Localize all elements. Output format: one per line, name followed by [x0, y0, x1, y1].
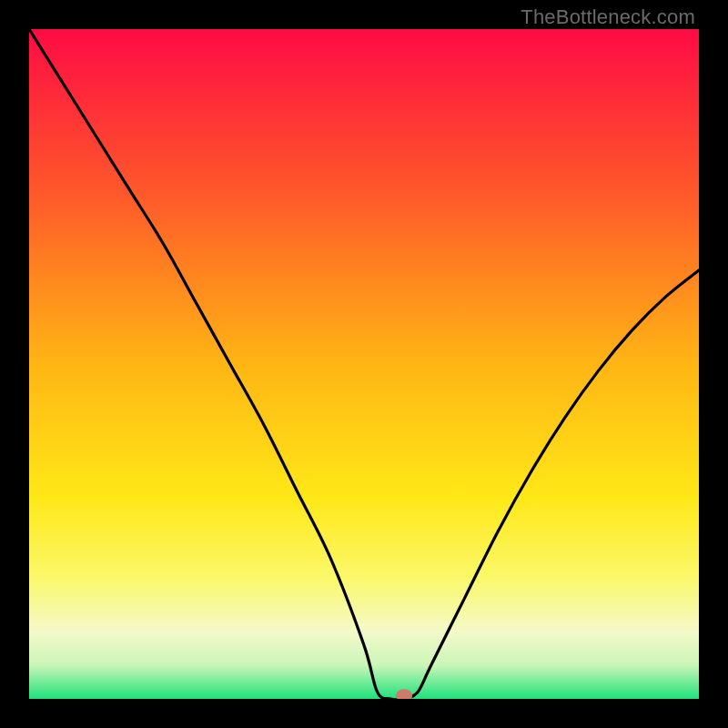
chart-background	[29, 29, 699, 699]
chart-frame	[29, 29, 699, 699]
chart-svg	[29, 29, 699, 699]
watermark-text: TheBottleneck.com	[521, 5, 695, 29]
chart-plot-area	[29, 29, 699, 699]
